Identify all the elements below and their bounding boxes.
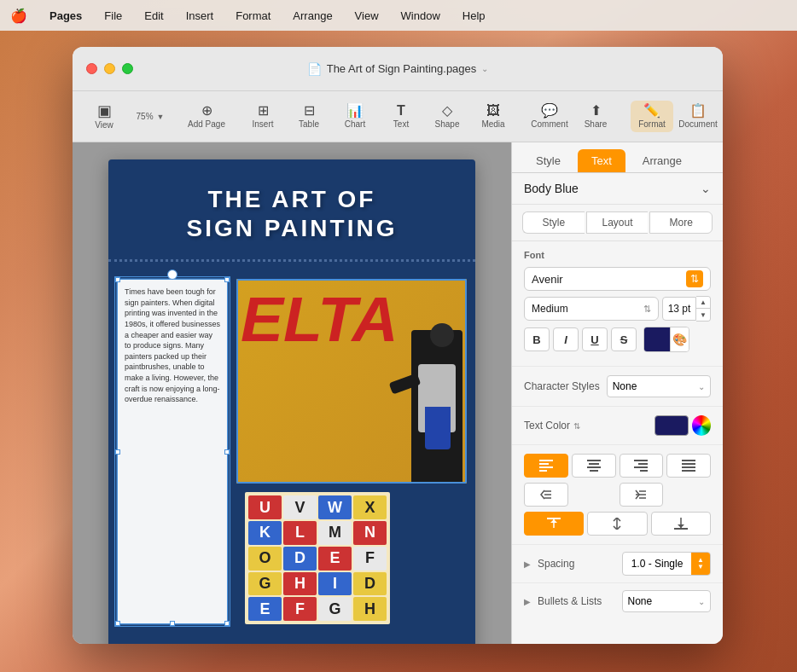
resize-handle-tr[interactable] — [224, 277, 230, 282]
toolbar-format-label: Format — [638, 119, 666, 129]
letter-u: U — [248, 495, 282, 519]
tab-style[interactable]: Style — [522, 149, 574, 172]
font-section: Font Avenir ⇅ Medium ⇅ — [512, 241, 723, 367]
menu-file[interactable]: File — [101, 8, 125, 24]
font-name-select[interactable]: Avenir ⇅ — [524, 267, 711, 291]
toolbar-insert[interactable]: ⊞ Insert — [241, 101, 284, 132]
align-right-button[interactable] — [620, 454, 664, 478]
text-box[interactable]: Times have been tough for sign painters.… — [117, 279, 228, 624]
char-styles-select[interactable]: None ⌄ — [607, 375, 711, 397]
toolbar-add-page-label: Add Page — [188, 119, 225, 129]
title-chevron-icon[interactable]: ⌄ — [481, 64, 488, 73]
rotate-handle[interactable] — [167, 269, 177, 280]
color-wheel-button[interactable]: 🎨 — [670, 327, 689, 351]
style-name-row[interactable]: Body Blue ⌄ — [512, 173, 723, 205]
spacing-value[interactable]: 1.0 - Single — [623, 554, 691, 573]
sub-tab-style[interactable]: Style — [522, 211, 585, 234]
font-size-input[interactable]: 13 pt — [662, 297, 696, 321]
char-styles-label: Character Styles — [524, 380, 600, 392]
svg-rect-11 — [640, 470, 648, 472]
spacing-row[interactable]: ▶ Spacing 1.0 - Single ▲ ▼ — [512, 545, 723, 583]
svg-rect-4 — [587, 460, 601, 461]
font-size-increment[interactable]: ▲ — [696, 297, 710, 309]
strikethrough-button[interactable]: S — [611, 327, 637, 351]
content-area: THE ART OFSIGN PAINTING Times have been … — [73, 142, 723, 644]
resize-handle-bl[interactable] — [115, 621, 120, 626]
resize-handle-tl[interactable] — [115, 277, 120, 282]
letter-e2: E — [248, 597, 282, 621]
letter-h2: H — [353, 597, 387, 621]
menu-view[interactable]: View — [352, 8, 382, 24]
traffic-lights — [86, 63, 133, 74]
bold-button[interactable]: B — [524, 327, 550, 351]
menu-help[interactable]: Help — [459, 8, 489, 24]
menu-insert[interactable]: Insert — [183, 8, 218, 24]
toolbar-chart[interactable]: 📊 Chart — [334, 101, 376, 132]
resize-handle-ml[interactable] — [115, 449, 120, 455]
letters-grid: U V W X K L M N O D E F — [245, 492, 390, 624]
main-image[interactable]: ELTA — [236, 279, 467, 484]
tab-arrange[interactable]: Arrange — [629, 149, 695, 172]
spacing-down-icon: ▼ — [697, 564, 704, 571]
indent-decrease-button[interactable] — [524, 483, 568, 507]
minimize-button[interactable] — [104, 63, 115, 74]
letters-image[interactable]: U V W X K L M N O D E F — [245, 492, 390, 624]
toolbar-shape[interactable]: ◇ Shape — [426, 101, 468, 132]
toolbar-media-label: Media — [481, 119, 504, 129]
valign-bottom-button[interactable] — [651, 512, 711, 536]
tab-text[interactable]: Text — [578, 149, 625, 172]
maximize-button[interactable] — [122, 63, 133, 74]
bullets-select[interactable]: None ⌄ — [622, 590, 712, 612]
resize-handle-br[interactable] — [224, 621, 230, 626]
letter-d2: D — [353, 572, 387, 596]
toolbar-table[interactable]: ⊟ Table — [288, 101, 330, 132]
apple-logo-icon: 🍎 — [10, 8, 27, 24]
align-left-button[interactable] — [524, 454, 568, 478]
toolbar-format[interactable]: ✏️ Format — [631, 101, 673, 132]
toolbar-share[interactable]: ⬆ Share — [574, 101, 617, 132]
color-spectrum-button[interactable] — [692, 415, 711, 436]
align-center-button[interactable] — [572, 454, 616, 478]
app-name[interactable]: Pages — [46, 8, 85, 24]
toolbar-add-page[interactable]: ⊕ Add Page — [185, 101, 228, 132]
valign-middle-button[interactable] — [587, 512, 647, 536]
indent-increase-button[interactable] — [620, 483, 664, 507]
close-button[interactable] — [86, 63, 97, 74]
toolbar-document[interactable]: 📋 Document — [677, 101, 719, 132]
font-size-decrement[interactable]: ▼ — [696, 309, 710, 321]
text-color-picker[interactable]: 🎨 — [643, 327, 689, 352]
toolbar-text-label: Text — [393, 119, 409, 129]
svg-rect-10 — [634, 466, 648, 468]
toolbar-view-label: View — [95, 120, 113, 130]
resize-handle-bm[interactable] — [170, 621, 175, 626]
align-justify-button[interactable] — [666, 454, 711, 478]
toolbar-text[interactable]: T Text — [380, 101, 422, 132]
font-weight-select[interactable]: Medium ⇅ — [524, 297, 659, 321]
indent-buttons — [524, 483, 711, 507]
canvas-area[interactable]: THE ART OFSIGN PAINTING Times have been … — [73, 142, 511, 644]
toolbar-document-label: Document — [678, 119, 718, 129]
toolbar-zoom[interactable]: 75% ▼ — [129, 108, 172, 125]
resize-handle-mr[interactable] — [224, 449, 230, 455]
toolbar-table-label: Table — [299, 119, 319, 129]
painter-figure — [390, 313, 462, 484]
toolbar-view[interactable]: ▣ View — [83, 100, 125, 133]
menu-format[interactable]: Format — [232, 8, 274, 24]
sub-tab-layout[interactable]: Layout — [586, 211, 649, 234]
spacing-value-text: 1.0 - Single — [631, 558, 684, 570]
svg-rect-22 — [547, 518, 561, 519]
menu-window[interactable]: Window — [398, 8, 444, 24]
bullets-row[interactable]: ▶ Bullets & Lists None ⌄ — [512, 583, 723, 619]
toolbar-media[interactable]: 🖼 Media — [472, 101, 515, 132]
toolbar-comment[interactable]: 💬 Comment — [528, 101, 571, 132]
italic-button[interactable]: I — [553, 327, 579, 351]
menu-edit[interactable]: Edit — [141, 8, 166, 24]
text-color-swatch[interactable] — [654, 415, 689, 436]
underline-button[interactable]: U — [582, 327, 608, 351]
spacing-adjust-button[interactable]: ▲ ▼ — [691, 553, 710, 575]
menu-arrange[interactable]: Arrange — [289, 8, 335, 24]
svg-rect-5 — [589, 463, 599, 465]
valign-top-button[interactable] — [524, 512, 584, 536]
sub-tab-more[interactable]: More — [649, 211, 713, 234]
toolbar: ▣ View 75% ▼ ⊕ Add Page ⊞ Insert ⊟ Table… — [73, 91, 723, 142]
